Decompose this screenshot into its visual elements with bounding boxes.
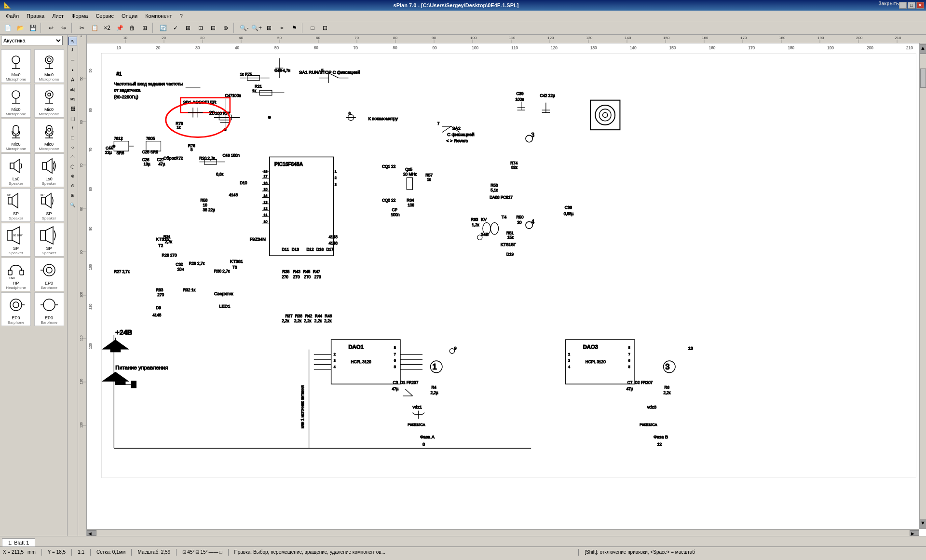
tb-magic[interactable]: ⌖	[276, 23, 287, 33]
comp-sublabel-1: Microphone	[6, 77, 26, 82]
comp-microphone-5[interactable]: Mic0 Microphone	[1, 119, 31, 152]
tool-poly[interactable]: ⬡	[68, 162, 77, 171]
tool-text[interactable]: ab|	[68, 85, 77, 94]
comp-label-1: Mic0	[11, 72, 20, 77]
tb-zoombox[interactable]: ⊡	[319, 23, 331, 33]
tool-label[interactable]: A	[68, 75, 77, 84]
close-button[interactable]: ✕	[916, 2, 924, 9]
tool-arc[interactable]: ◠	[68, 152, 77, 161]
menu-form[interactable]: Форма	[68, 12, 92, 20]
tool-zoomwin[interactable]: 🔍	[68, 201, 77, 209]
menu-component[interactable]: Компонент	[141, 12, 176, 20]
comp-microphone-1[interactable]: Mic0 Microphone	[1, 49, 31, 83]
tool-wire[interactable]: ┘	[68, 46, 77, 55]
undo-button[interactable]: ↩	[45, 23, 57, 33]
minimize-button[interactable]: _	[899, 2, 907, 9]
tool-line[interactable]: /	[68, 123, 77, 132]
menu-help[interactable]: ?	[176, 12, 187, 20]
svg-rect-117	[114, 141, 129, 151]
grid-button[interactable]: ⊞	[182, 23, 194, 33]
tool-zoomin[interactable]: ⊕	[68, 172, 77, 180]
zoom-out-tb[interactable]: 🔍-	[238, 23, 250, 33]
tool-junction[interactable]: •	[68, 66, 77, 74]
save-button[interactable]: 💾	[27, 23, 39, 33]
tool-rect[interactable]: □	[68, 133, 77, 142]
comp-earphone-3[interactable]: EP0 Earphone	[34, 292, 64, 326]
comp-microphone-2[interactable]: Mic0 Microphone	[34, 49, 64, 83]
speaker-icon-5: 8Ω 1/2W	[5, 225, 27, 246]
speaker-icon-2	[39, 155, 60, 177]
new-button[interactable]: 📄	[2, 23, 14, 33]
close-label[interactable]: Закрыть	[878, 1, 899, 6]
tool-select[interactable]: ↖	[68, 37, 77, 45]
move-button[interactable]: ⊞	[139, 23, 150, 33]
copy-button[interactable]: 📋	[89, 23, 100, 33]
canvas-area[interactable]: 10 20 30 40 50 60 70 80 90 100 110 120 1…	[78, 35, 926, 536]
tool-zoomfit[interactable]: ⊞	[68, 191, 77, 200]
check-button[interactable]: ✓	[170, 23, 181, 33]
delete-button[interactable]: 🗑	[126, 23, 138, 33]
microphone-icon-5	[5, 121, 27, 142]
comp-speaker-sp-2[interactable]: SP SP Speaker	[34, 188, 64, 222]
tool-mirror[interactable]: ⬚	[68, 114, 77, 123]
menu-sheet[interactable]: Лист	[48, 12, 68, 20]
tb-rect[interactable]: □	[307, 23, 318, 33]
refresh-button[interactable]: 🔄	[157, 23, 169, 33]
comp-earphone-2[interactable]: EP0 Earphone	[1, 292, 31, 326]
svg-text:6: 6	[394, 359, 396, 363]
svg-text:270: 270	[282, 275, 288, 279]
svg-text:1,2к: 1,2к	[472, 223, 479, 227]
svg-text:SA1 RUN/STOP С фиксацией: SA1 RUN/STOP С фиксацией	[299, 70, 360, 75]
menu-options[interactable]: Опции	[118, 12, 141, 20]
tb7[interactable]: ⊟	[207, 23, 219, 33]
comp-headphone[interactable]: >32R HP Headphone	[1, 258, 31, 291]
status-hint-text: [Shift]: отключение привязки, <Space> = …	[585, 549, 923, 555]
comp-speaker-ls0-2[interactable]: Ls0 Speaker	[34, 153, 64, 187]
menu-edit[interactable]: Правка	[23, 12, 48, 20]
tool-bus[interactable]: ═	[68, 56, 77, 65]
svg-rect-29	[41, 197, 45, 204]
svg-text:KV: KV	[481, 217, 487, 222]
menu-service[interactable]: Сервис	[92, 12, 118, 20]
tool-text2[interactable]: ab|	[68, 95, 77, 103]
svg-text:Сброс: Сброс	[163, 156, 177, 161]
microphone-icon-1	[5, 51, 27, 72]
svg-text:150: 150	[669, 46, 676, 50]
paste-button[interactable]: 📌	[114, 23, 125, 33]
maximize-button[interactable]: □	[908, 2, 915, 9]
tab-sheet-1[interactable]: 1: Blatt 1	[2, 538, 35, 546]
svg-text:2,2к: 2,2к	[324, 319, 331, 323]
open-button[interactable]: 📂	[14, 23, 26, 33]
schematic-view[interactable]: 10 20 30 40 50 60 70 80 90 100 110 120 1…	[87, 43, 926, 536]
svg-text:T3: T3	[232, 265, 237, 270]
toolbar-separator-5	[302, 23, 305, 33]
svg-text:6: 6	[628, 359, 630, 363]
vertical-scrollbar[interactable]: ▲ ▼	[919, 43, 926, 529]
redo-button[interactable]: ↪	[58, 23, 69, 33]
menu-file[interactable]: Файл	[2, 12, 23, 20]
comp-speaker-sp-4[interactable]: SP Speaker	[34, 223, 64, 257]
zoom-fit-tb[interactable]: ⊞	[263, 23, 275, 33]
tb-flag[interactable]: ⚑	[288, 23, 300, 33]
tool-zoomout[interactable]: ⊖	[68, 181, 77, 190]
cut-button[interactable]: ✂	[76, 23, 88, 33]
comp-speaker-ls0-1[interactable]: Ls0 Speaker	[1, 153, 31, 187]
tool-circle[interactable]: ○	[68, 143, 77, 151]
svg-point-4	[47, 58, 51, 62]
zoom-in-tb[interactable]: 🔍+	[251, 23, 262, 33]
comp-speaker-sp-3[interactable]: 8Ω 1/2W SP Speaker	[1, 223, 31, 257]
svg-text:R44: R44	[315, 314, 322, 318]
svg-text:< > Revers: < > Revers	[446, 138, 468, 143]
comp-microphone-6[interactable]: Mic0 Microphone	[34, 119, 64, 152]
comp-microphone-3[interactable]: Mic0 Microphone	[1, 84, 31, 118]
comp-speaker-sp-1[interactable]: SP SP Speaker	[1, 188, 31, 222]
horizontal-scrollbar[interactable]: ◄ ►	[87, 529, 919, 536]
snap-button[interactable]: ⊡	[195, 23, 206, 33]
copy2-button[interactable]: ×2	[101, 23, 113, 33]
category-dropdown[interactable]: Акустика Источники Транзисторы Диоды Рез…	[1, 36, 63, 45]
comp-earphone-1[interactable]: EP0 Earphone	[34, 258, 64, 291]
svg-text:210: 210	[906, 46, 913, 50]
tool-image[interactable]: 🖼	[68, 104, 77, 113]
comp-microphone-4[interactable]: Mic0 Microphone	[34, 84, 64, 118]
tb8[interactable]: ⊛	[220, 23, 232, 33]
